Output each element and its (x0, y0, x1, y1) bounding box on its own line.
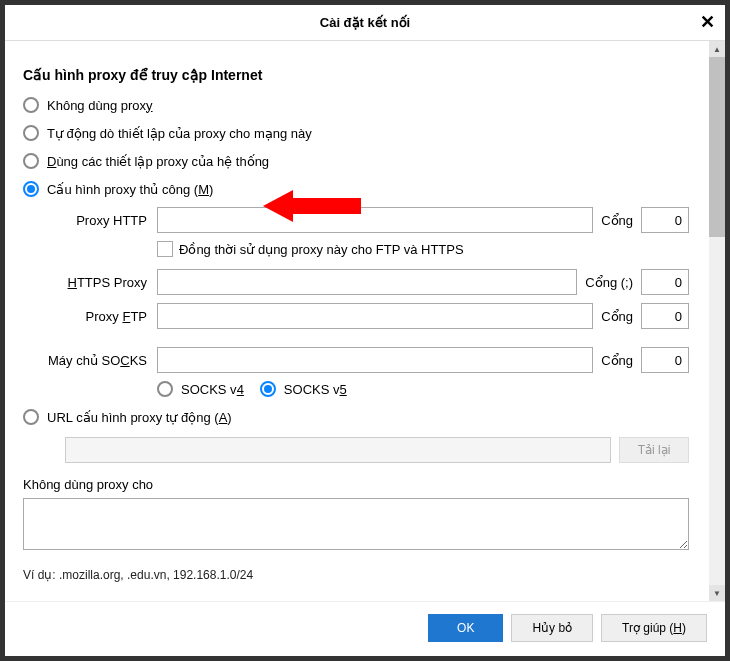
no-proxy-label: Không dùng proxy cho (23, 477, 689, 492)
no-proxy-input[interactable] (23, 498, 689, 550)
radio-icon (23, 409, 39, 425)
radio-icon (23, 181, 39, 197)
socks4-label: SOCKS v4 (181, 382, 244, 397)
titlebar: Cài đặt kết nối ✕ (5, 5, 725, 41)
port-label: Cổng (;) (583, 275, 635, 290)
radio-label: Dùng các thiết lập proxy của hệ thống (47, 154, 269, 169)
socks4-radio[interactable] (157, 381, 173, 397)
http-proxy-row: Proxy HTTP Cổng (23, 207, 689, 233)
example-text: Ví dụ: .mozilla.org, .edu.vn, 192.168.1.… (23, 568, 689, 582)
socks-proxy-input[interactable] (157, 347, 593, 373)
https-proxy-row: HTTPS Proxy Cổng (;) (23, 269, 689, 295)
https-proxy-input[interactable] (157, 269, 577, 295)
radio-pac-url[interactable]: URL cấu hình proxy tự động (A) (23, 409, 689, 425)
radio-label: Tự động dò thiết lập của proxy cho mạng … (47, 126, 312, 141)
socks-label: Máy chủ SOCKS (23, 353, 151, 368)
socks5-label: SOCKS v5 (284, 382, 347, 397)
ftp-proxy-input[interactable] (157, 303, 593, 329)
ok-button[interactable]: OK (428, 614, 503, 642)
dialog: Cài đặt kết nối ✕ ▲ ▼ Cấu hình proxy để … (4, 4, 726, 657)
use-for-all-label: Đồng thời sử dụng proxy này cho FTP và H… (179, 242, 464, 257)
scroll-down-icon[interactable]: ▼ (709, 585, 725, 601)
use-for-all-row: Đồng thời sử dụng proxy này cho FTP và H… (23, 241, 689, 257)
radio-label: URL cấu hình proxy tự động (A) (47, 410, 232, 425)
close-icon[interactable]: ✕ (700, 13, 715, 31)
radio-system-proxy[interactable]: Dùng các thiết lập proxy của hệ thống (23, 153, 689, 169)
radio-icon (23, 153, 39, 169)
port-label: Cổng (599, 353, 635, 368)
port-label: Cổng (599, 213, 635, 228)
section-heading: Cấu hình proxy để truy cập Internet (23, 67, 689, 83)
http-proxy-input[interactable] (157, 207, 593, 233)
socks-version-row: SOCKS v4 SOCKS v5 (157, 381, 689, 397)
cancel-button[interactable]: Hủy bỏ (511, 614, 593, 642)
radio-label: Không dùng proxy (47, 98, 153, 113)
socks5-radio[interactable] (260, 381, 276, 397)
scrollbar[interactable]: ▲ ▼ (709, 41, 725, 601)
radio-label: Cấu hình proxy thủ công (M) (47, 182, 213, 197)
dialog-title: Cài đặt kết nối (320, 15, 410, 30)
radio-no-proxy[interactable]: Không dùng proxy (23, 97, 689, 113)
socks-proxy-row: Máy chủ SOCKS Cổng (23, 347, 689, 373)
content-area: ▲ ▼ Cấu hình proxy để truy cập Internet … (5, 41, 725, 601)
use-for-all-checkbox[interactable] (157, 241, 173, 257)
socks-port-input[interactable] (641, 347, 689, 373)
scroll-up-icon[interactable]: ▲ (709, 41, 725, 57)
http-port-input[interactable] (641, 207, 689, 233)
http-label: Proxy HTTP (23, 213, 151, 228)
ftp-label: Proxy FTP (23, 309, 151, 324)
reload-button: Tải lại (619, 437, 689, 463)
https-label: HTTPS Proxy (23, 275, 151, 290)
button-bar: OK Hủy bỏ Trợ giúp (H) (5, 601, 725, 654)
pac-url-row: Tải lại (65, 437, 689, 463)
port-label: Cổng (599, 309, 635, 324)
scroll-thumb[interactable] (709, 57, 725, 237)
radio-icon (23, 97, 39, 113)
pac-url-input (65, 437, 611, 463)
help-button[interactable]: Trợ giúp (H) (601, 614, 707, 642)
https-port-input[interactable] (641, 269, 689, 295)
radio-icon (23, 125, 39, 141)
ftp-port-input[interactable] (641, 303, 689, 329)
ftp-proxy-row: Proxy FTP Cổng (23, 303, 689, 329)
radio-auto-detect[interactable]: Tự động dò thiết lập của proxy cho mạng … (23, 125, 689, 141)
radio-manual-proxy[interactable]: Cấu hình proxy thủ công (M) (23, 181, 689, 197)
